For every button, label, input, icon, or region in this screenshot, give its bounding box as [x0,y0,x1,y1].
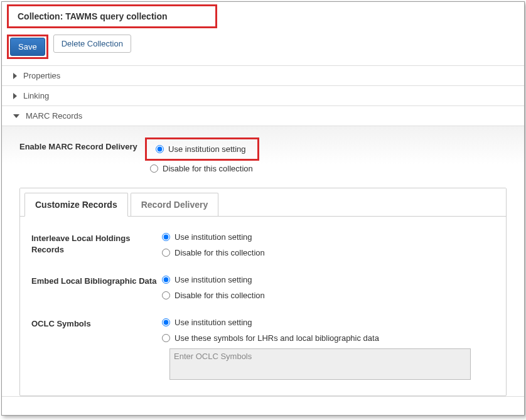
action-button-row: Save Delete Collection [2,32,524,65]
accordion-label: MARC Records [26,111,82,121]
accordion-label: Linking [23,91,49,100]
save-button-highlight: Save [7,35,48,59]
oclc-symbols-textarea[interactable] [169,348,471,380]
interleave-setting: Interleave Local Holdings Records Use in… [31,229,495,261]
radio-disable-collection[interactable] [150,164,158,173]
radio-interleave-disable[interactable] [162,249,170,257]
embed-label: Embed Local Bibliographic Data [31,272,157,287]
radio-label: Disable for this collection [174,291,265,300]
marc-delivery-options: Use institution setting Disable for this… [145,137,507,176]
radio-option: Use these symbols for LHRs and local bib… [157,330,495,346]
delete-collection-button[interactable]: Delete Collection [53,35,131,53]
radio-option: Disable for this collection [145,161,507,176]
oclc-symbols-options: Use institution setting Use these symbol… [157,315,495,382]
radio-embed-institution[interactable] [162,276,170,284]
radio-option: Disable for this collection [157,245,495,261]
radio-label: Use these symbols for LHRs and local bib… [174,333,379,343]
chevron-down-icon [13,114,19,118]
accordion-header-marc[interactable]: MARC Records [2,106,524,126]
oclc-symbols-setting: OCLC Symbols Use institution setting Use… [31,315,495,382]
chevron-right-icon [13,73,17,79]
radio-option: Use institution setting [157,315,495,330]
embed-options: Use institution setting Disable for this… [157,272,495,303]
marc-delivery-highlight: Use institution setting [145,137,259,161]
records-tabs: Customize Records Record Delivery Interl… [19,188,507,396]
radio-label: Disable for this collection [174,248,265,257]
chevron-right-icon [13,93,17,99]
marc-delivery-label: Enable MARC Record Delivery [19,137,145,153]
radio-oclc-custom[interactable] [162,334,170,342]
radio-oclc-institution[interactable] [162,318,170,326]
radio-label: Disable for this collection [163,164,253,173]
embed-setting: Embed Local Bibliographic Data Use insti… [31,272,495,303]
tab-record-delivery[interactable]: Record Delivery [131,193,219,216]
collection-title: Collection: TAWMS query collection [18,11,168,21]
settings-accordion: Properties Linking MARC Records Enable M… [2,65,524,397]
radio-option: Disable for this collection [157,288,495,303]
tab-customize-records[interactable]: Customize Records [24,193,128,217]
radio-label: Use institution setting [174,232,252,242]
radio-embed-disable[interactable] [162,291,170,299]
accordion-label: Properties [23,71,60,80]
radio-label: Use institution setting [174,275,252,284]
radio-option: Use institution setting [157,229,495,245]
radio-label: Use institution setting [174,318,252,327]
accordion-linking: Linking [2,86,524,106]
radio-label: Use institution setting [168,144,246,154]
radio-interleave-institution[interactable] [162,233,170,241]
collection-title-highlight: Collection: TAWMS query collection [7,4,217,28]
radio-option: Use institution setting [151,141,251,157]
radio-option: Use institution setting [157,272,495,288]
save-button[interactable]: Save [10,38,45,56]
marc-records-panel: Enable MARC Record Delivery Use institut… [2,126,524,396]
accordion-header-linking[interactable]: Linking [2,86,524,105]
interleave-label: Interleave Local Holdings Records [31,229,157,255]
customize-records-body: Interleave Local Holdings Records Use in… [20,216,506,396]
oclc-symbols-label: OCLC Symbols [31,315,157,330]
tabs-header: Customize Records Record Delivery [20,188,506,216]
interleave-options: Use institution setting Disable for this… [157,229,495,261]
accordion-properties: Properties [2,66,524,86]
accordion-header-properties[interactable]: Properties [2,66,524,85]
accordion-marc-records: MARC Records Enable MARC Record Delivery… [2,106,524,397]
radio-use-institution[interactable] [156,145,164,153]
marc-delivery-setting: Enable MARC Record Delivery Use institut… [19,137,507,176]
